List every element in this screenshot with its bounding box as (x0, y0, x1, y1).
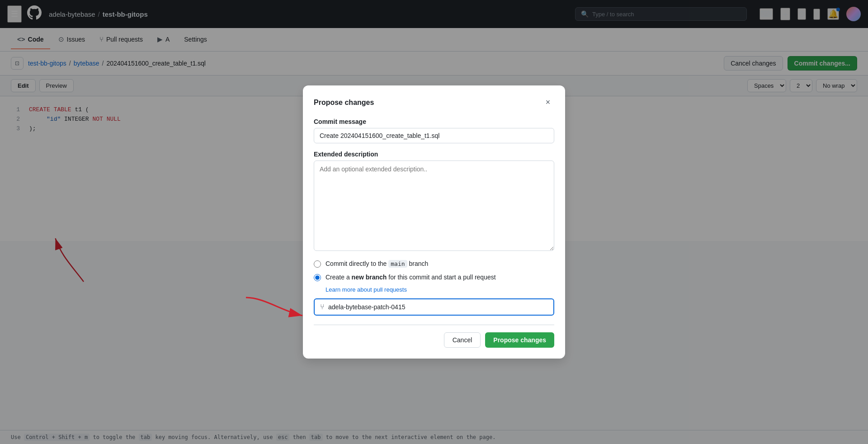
commit-message-input[interactable] (314, 128, 554, 143)
extended-description-group: Extended description (314, 151, 554, 252)
radio-new-branch-input[interactable] (314, 274, 321, 281)
modal-overlay: Propose changes × Commit message Extende… (0, 0, 868, 444)
propose-changes-modal: Propose changes × Commit message Extende… (303, 85, 565, 359)
commit-options: Commit directly to the main branch Creat… (314, 260, 554, 282)
main-branch-code: main (388, 260, 407, 268)
modal-close-button[interactable]: × (542, 96, 554, 109)
radio-direct-input[interactable] (314, 260, 321, 268)
new-branch-bold: new branch (352, 274, 387, 281)
commit-message-label: Commit message (314, 118, 554, 125)
radio-new-branch: Create a new branch for this commit and … (314, 273, 554, 282)
radio-direct-commit: Commit directly to the main branch (314, 260, 554, 269)
annotation-arrow-2 (237, 288, 309, 325)
learn-more-link[interactable]: Learn more about pull requests (326, 286, 554, 293)
branch-name-input[interactable] (328, 303, 548, 311)
modal-header: Propose changes × (314, 96, 554, 109)
branch-icon: ⑂ (320, 303, 325, 311)
modal-footer: Cancel Propose changes (314, 325, 554, 348)
propose-changes-button[interactable]: Propose changes (485, 332, 554, 348)
radio-direct-label[interactable]: Commit directly to the main branch (326, 260, 428, 269)
extended-description-label: Extended description (314, 151, 554, 158)
branch-name-wrapper: ⑂ (314, 298, 554, 316)
extended-description-textarea[interactable] (314, 161, 554, 251)
radio-new-branch-label[interactable]: Create a new branch for this commit and … (326, 273, 496, 282)
modal-cancel-button[interactable]: Cancel (444, 332, 481, 348)
commit-message-group: Commit message (314, 118, 554, 143)
modal-title: Propose changes (314, 99, 374, 107)
